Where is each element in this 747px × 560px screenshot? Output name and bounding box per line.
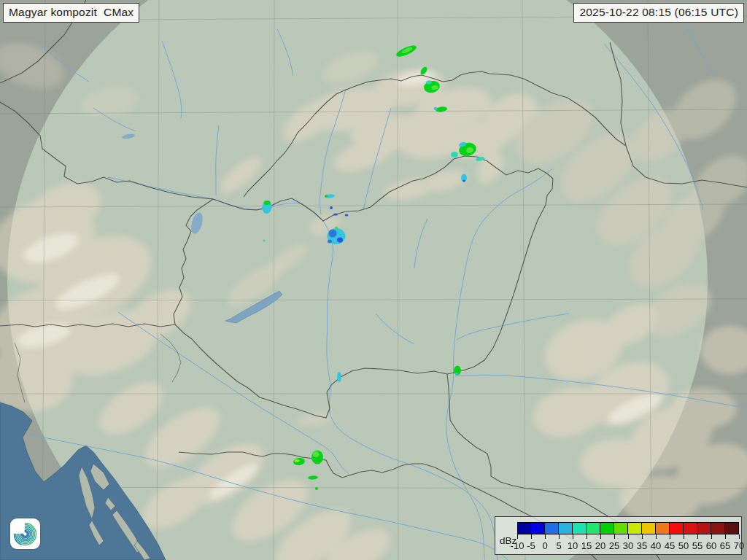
- product-label: Magyar kompozit CMax: [3, 3, 139, 23]
- legend-tick-value: 70: [734, 540, 744, 551]
- legend-tick-mark: [628, 534, 629, 539]
- legend-color-cell: [628, 522, 642, 534]
- legend-tick-value: -5: [527, 540, 535, 551]
- legend-color-cell: [573, 522, 587, 534]
- hungaromet-spiral-logo: [10, 518, 40, 549]
- radar-echo: [264, 201, 271, 205]
- radar-echo: [263, 239, 265, 241]
- radar-echo: [451, 152, 458, 158]
- radar-echo: [335, 227, 338, 230]
- legend-tick-value: 55: [692, 540, 703, 551]
- legend-tick-value: 50: [678, 540, 689, 551]
- legend-tick-value: 30: [623, 540, 633, 551]
- legend-tick-mark: [656, 534, 657, 539]
- radar-echo: [330, 206, 333, 209]
- legend-color-cell: [684, 522, 697, 534]
- legend-tick-mark: [600, 534, 601, 539]
- legend-tick-value: 10: [568, 540, 578, 551]
- radar-echo: [434, 107, 437, 110]
- legend-tick-mark: [545, 534, 546, 539]
- legend-tick-value: -10: [511, 540, 525, 551]
- legend-tick-mark: [614, 534, 615, 539]
- legend-color-cell: [600, 522, 614, 534]
- dbz-legend: dBz -10-50510152025303540455055606570: [495, 516, 742, 555]
- radar-echo: [462, 179, 465, 182]
- legend-tick-value: 0: [542, 540, 547, 551]
- radar-echo: [455, 373, 458, 376]
- legend-color-cell: [656, 522, 670, 534]
- legend-tick-mark: [517, 534, 518, 539]
- legend-color-cell: [531, 522, 545, 534]
- legend-color-cell: [725, 522, 739, 534]
- legend-tick-value: 45: [665, 540, 675, 551]
- radar-echo: [315, 487, 318, 490]
- legend-tick-mark: [587, 534, 587, 539]
- timestamp-label: 2025-10-22 08:15 (06:15 UTC): [573, 3, 744, 23]
- radar-echo: [325, 195, 328, 198]
- legend-tick-mark: [684, 534, 684, 539]
- radar-echo: [313, 451, 320, 457]
- weather-radar-map: [0, 0, 747, 560]
- legend-tick-mark: [670, 534, 670, 539]
- legend-color-cell: [545, 522, 559, 534]
- legend-tick-value: 25: [609, 540, 619, 551]
- legend-tick-value: 35: [637, 540, 647, 551]
- legend-tick-mark: [559, 534, 560, 539]
- spiral-icon: [10, 519, 40, 549]
- radar-echo: [345, 214, 349, 216]
- legend-tick-value: 15: [581, 540, 592, 551]
- legend-tick-value: 65: [720, 540, 730, 551]
- legend-color-cell: [517, 522, 531, 534]
- legend-color-cell: [711, 522, 725, 534]
- legend-tick-mark: [739, 534, 740, 539]
- legend-tick-mark: [573, 534, 573, 539]
- legend-tick-mark: [697, 534, 698, 539]
- legend-color-cell: [670, 522, 684, 534]
- legend-tick-mark: [711, 534, 712, 539]
- legend-color-cell: [614, 522, 628, 534]
- legend-tick-value: 60: [706, 540, 716, 551]
- radar-echo: [337, 238, 343, 243]
- legend-tick-value: 40: [651, 540, 661, 551]
- legend-tick-row: -10-50510152025303540455055606570: [517, 534, 740, 552]
- legend-tick-value: 20: [595, 540, 605, 551]
- radar-map-screen: Magyar kompozit CMax 2025-10-22 08:15 (0…: [0, 0, 747, 560]
- radar-echo: [329, 230, 337, 238]
- radar-echo: [333, 213, 338, 215]
- legend-tick-value: 5: [556, 540, 561, 551]
- legend-tick-mark: [725, 534, 726, 539]
- legend-color-cell: [587, 522, 600, 534]
- legend-color-cell: [559, 522, 573, 534]
- radar-echo: [337, 372, 341, 382]
- legend-tick-mark: [642, 534, 643, 539]
- radar-echo: [328, 240, 332, 244]
- legend-color-cell: [642, 522, 656, 534]
- legend-color-cell: [697, 522, 711, 534]
- legend-color-bar: [517, 522, 739, 534]
- legend-tick-mark: [531, 534, 532, 539]
